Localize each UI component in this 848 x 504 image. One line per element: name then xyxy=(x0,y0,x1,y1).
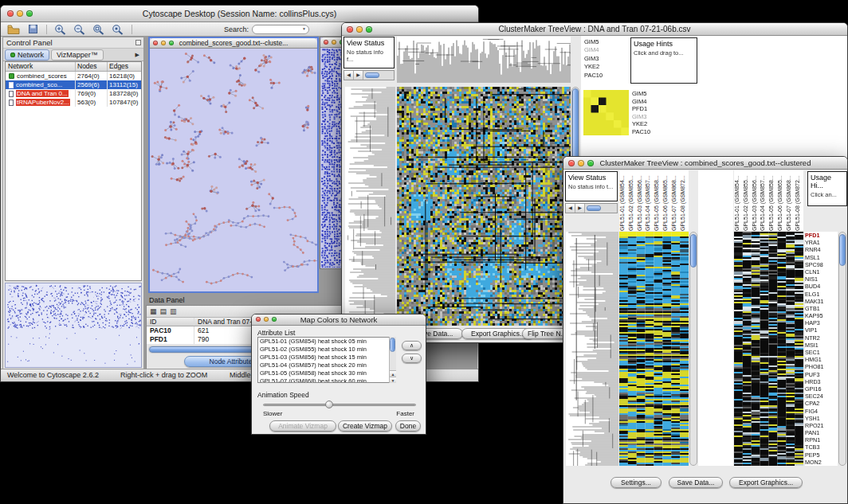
network-overview-panel[interactable] xyxy=(5,283,142,368)
array-column-label[interactable]: GPL51-07 (GSM868... xyxy=(786,170,795,231)
gene-label[interactable]: HMG1 xyxy=(805,356,838,363)
gene-label[interactable]: GTB1 xyxy=(805,305,838,312)
gene-label[interactable]: GIM5 xyxy=(632,90,672,98)
zoom-button[interactable] xyxy=(272,317,277,322)
vscrollbar-thumb[interactable] xyxy=(690,234,697,268)
main-heatmap-vscrollbar[interactable] xyxy=(689,232,697,466)
network-canvas[interactable] xyxy=(150,49,317,291)
gene-label[interactable]: KAP95 xyxy=(805,312,838,319)
gene-label[interactable]: GIM5 xyxy=(584,38,629,46)
gene-label[interactable]: GIM3 xyxy=(584,55,629,63)
column-header-nodes[interactable]: Nodes xyxy=(76,62,108,71)
network-table-header[interactable]: Network Nodes Edges xyxy=(6,62,141,72)
select-rows-icon[interactable]: ▤ xyxy=(160,307,167,315)
gene-label[interactable]: SEC24 xyxy=(805,393,838,400)
array-column-label[interactable]: GPL51-04 (GSM857... xyxy=(645,170,654,231)
gene-label[interactable]: MSI1 xyxy=(805,342,838,349)
minimize-button[interactable] xyxy=(332,40,336,45)
attribute-list-item[interactable]: GPL51-02 (GSM855) heat shock 10 min xyxy=(258,346,395,354)
network-row-selected[interactable]: combined_sco... 2569(6) 13112(15) xyxy=(6,80,141,89)
gene-label[interactable]: PHO81 xyxy=(805,363,838,370)
speed-slider-thumb[interactable] xyxy=(325,400,333,408)
gene-label[interactable]: PAN1 xyxy=(805,429,838,436)
save-data-button[interactable]: Save Data... xyxy=(669,477,723,488)
treeview2-titlebar[interactable]: ClusterMaker TreeView : combined_scores_… xyxy=(563,157,847,170)
array-column-label[interactable]: GPL51-04 (GSM857... xyxy=(760,170,768,231)
gene-label[interactable]: YKE2 xyxy=(632,120,672,128)
nav-left-button[interactable]: ◀ xyxy=(344,71,354,80)
speed-slider-track[interactable] xyxy=(263,404,416,406)
array-column-label[interactable]: GPL51-05 (GSM858... xyxy=(768,170,777,231)
animate-vizmap-button[interactable]: Animate Vizmap xyxy=(269,420,336,432)
global-heatmap-vscrollbar[interactable] xyxy=(838,232,846,466)
move-down-button[interactable]: ∨ xyxy=(402,354,422,363)
array-column-label[interactable]: GPL51-01 (GSM854... xyxy=(619,170,628,231)
gene-label[interactable]: CLN1 xyxy=(805,268,838,275)
minimize-button[interactable] xyxy=(161,41,166,45)
minimize-button[interactable] xyxy=(356,26,363,33)
array-column-label[interactable]: GPL51-08 (GSM872... xyxy=(680,170,689,231)
attribute-list-item[interactable]: GPL51-04 (GSM857) heat shock 20 min xyxy=(258,361,395,369)
zoom-in-button[interactable] xyxy=(53,23,69,36)
gene-label[interactable]: YRA1 xyxy=(805,239,838,246)
tab-vizmapper[interactable]: VizMapper™ xyxy=(51,49,104,61)
list-scrollbar[interactable]: ▲ ▼ xyxy=(389,337,396,383)
vscrollbar-thumb[interactable] xyxy=(839,234,846,266)
gene-label[interactable]: PFD1 xyxy=(632,105,672,113)
search-input[interactable]: ▼ xyxy=(252,25,309,34)
done-button[interactable]: Done xyxy=(395,420,421,432)
zoom-button[interactable] xyxy=(587,160,594,166)
attribute-list-item[interactable]: GPL51-05 (GSM858) heat shock 30 min xyxy=(258,369,395,377)
overview-canvas[interactable] xyxy=(6,283,142,368)
gene-label[interactable]: PUF3 xyxy=(805,371,838,378)
gene-label[interactable]: VIP1 xyxy=(805,326,838,334)
network-view-frame[interactable]: combined_scores_good.txt--cluste... xyxy=(148,37,319,293)
close-button[interactable] xyxy=(7,10,14,17)
column-header-id[interactable]: ID xyxy=(147,318,194,326)
dialog-titlebar[interactable]: Map Colors to Network xyxy=(252,315,426,326)
gene-label[interactable]: RPN1 xyxy=(805,436,838,443)
gene-label[interactable]: PAC10 xyxy=(632,128,672,136)
minimize-button[interactable] xyxy=(17,10,23,17)
settings-button[interactable]: Settings... xyxy=(610,477,662,488)
gene-label[interactable]: RNR4 xyxy=(805,246,838,253)
gene-label[interactable]: SPC98 xyxy=(805,261,838,268)
gene-label[interactable]: HRD3 xyxy=(805,378,838,385)
array-column-label[interactable]: GPL51-06 (GSM865... xyxy=(777,170,786,231)
gene-label[interactable]: RPO21 xyxy=(805,422,838,429)
minimize-button[interactable] xyxy=(264,317,269,322)
close-button[interactable] xyxy=(347,26,353,33)
export-graphics-button[interactable]: Export Graphics... xyxy=(729,477,803,488)
float-panel-icon[interactable] xyxy=(135,40,141,45)
nav-scrollbar-thumb[interactable] xyxy=(365,72,379,78)
zoom-button[interactable] xyxy=(366,26,372,33)
create-vizmap-button[interactable]: Create Vizmap xyxy=(338,420,392,432)
attribute-list[interactable]: GPL51-01 (GSM854) heat shock 05 minGPL51… xyxy=(257,337,396,383)
vscrollbar-thumb[interactable] xyxy=(390,338,395,352)
gene-label[interactable]: NTR2 xyxy=(805,334,838,342)
treeview1-titlebar[interactable]: ClusterMaker TreeView : DNA and Tran 07-… xyxy=(342,23,847,36)
array-column-label[interactable]: GPL51-03 (GSM856... xyxy=(752,170,760,231)
zoom-out-button[interactable] xyxy=(72,23,88,36)
network-row[interactable]: combined_scores 2764(0) 16218(0) xyxy=(6,72,141,80)
gene-label[interactable]: MAK31 xyxy=(805,298,838,305)
gene-label[interactable]: GPI16 xyxy=(805,385,838,393)
save-session-button[interactable] xyxy=(25,23,41,36)
open-session-button[interactable] xyxy=(6,23,22,36)
dropdown-arrow-icon[interactable]: ▼ xyxy=(302,26,306,31)
select-attributes-icon[interactable]: ▦ xyxy=(150,307,157,315)
scroll-up-icon[interactable]: ▲ xyxy=(390,370,396,377)
close-button[interactable] xyxy=(568,160,575,166)
clear-table-icon[interactable]: ▥ xyxy=(170,307,177,315)
gene-label[interactable]: GIM4 xyxy=(632,98,672,106)
tab-network[interactable]: Network xyxy=(5,49,49,61)
zoom-selected-button[interactable] xyxy=(110,23,126,36)
column-header-network[interactable]: Network xyxy=(6,62,76,71)
array-column-label[interactable]: GPL51-02 (GSM855... xyxy=(628,170,637,231)
gene-label[interactable]: YSH1 xyxy=(805,415,838,422)
array-column-label[interactable]: GPL51-06 (GSM865... xyxy=(662,170,671,231)
gene-label[interactable]: PAC10 xyxy=(584,72,629,80)
array-column-label[interactable]: GPL51-05 (GSM858... xyxy=(654,170,662,231)
main-titlebar[interactable]: Cytoscape Desktop (Session Name: collins… xyxy=(1,6,478,22)
minimize-button[interactable] xyxy=(578,160,584,166)
